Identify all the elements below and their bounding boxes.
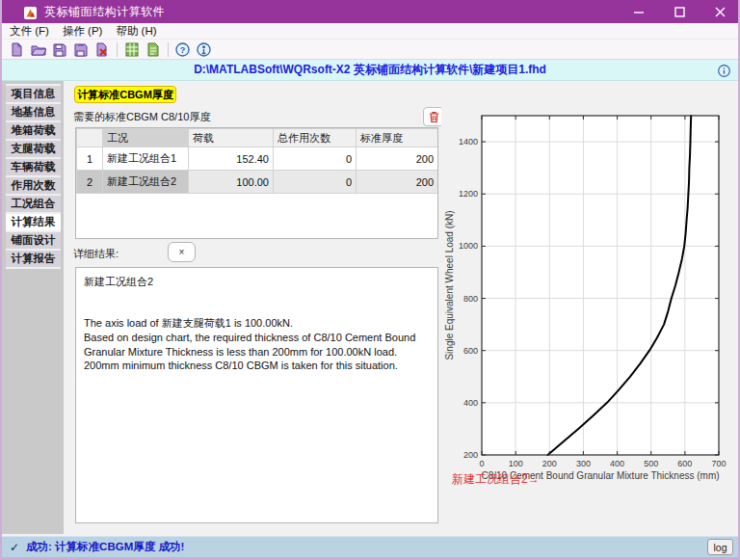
- svg-text:800: 800: [463, 294, 478, 304]
- svg-text:400: 400: [463, 398, 478, 408]
- app-window: 英标铺面结构计算软件 文件 (F) 操作 (P) 帮助 (H): [0, 0, 740, 560]
- svg-text:700: 700: [711, 459, 726, 468]
- menu-help[interactable]: 帮助 (H): [116, 24, 156, 39]
- export-table-icon[interactable]: [123, 41, 140, 58]
- minimize-button[interactable]: [619, 0, 659, 23]
- toolbar-separator: [168, 42, 169, 57]
- table-row[interactable]: 1 新建工况组合1 152.40 0 200: [77, 147, 438, 171]
- design-chart-plot: 0100200300400500600700200400600800100012…: [441, 81, 740, 536]
- log-button[interactable]: log: [707, 539, 733, 555]
- sidebar-item-3[interactable]: 支腿荷载: [6, 141, 61, 157]
- trash-icon: [429, 111, 439, 122]
- sidebar-item-5[interactable]: 作用次数: [6, 177, 61, 194]
- sidebar-item-0[interactable]: 项目信息: [6, 86, 61, 102]
- svg-text:500: 500: [644, 459, 658, 468]
- table-header-row: 工况 荷载 总作用次数 标准厚度: [77, 129, 438, 147]
- save-file-icon[interactable]: [51, 41, 67, 58]
- sidebar-item-6[interactable]: 工况组合: [6, 196, 61, 212]
- svg-text:200: 200: [542, 459, 557, 468]
- svg-text:300: 300: [576, 459, 591, 468]
- table-title: 需要的标准CBGM C8/10厚度: [73, 110, 210, 124]
- status-message: 成功: 计算标准CBGM厚度 成功!: [26, 540, 184, 554]
- svg-text:?: ?: [180, 45, 186, 55]
- results-table: 工况 荷载 总作用次数 标准厚度 1 新建工况组合1 152.40 0 200 …: [75, 127, 438, 239]
- svg-text:0: 0: [479, 459, 484, 468]
- sidebar-item-8[interactable]: 铺面设计: [6, 232, 61, 249]
- chart-annotation: 新建工况组合2→: [452, 471, 540, 488]
- design-chart: 0100200300400500600700200400600800100012…: [441, 81, 740, 536]
- path-bar: D:\MATLABSoft\WQRsoft-X2 英标铺面结构计算软件\新建项目…: [2, 60, 738, 81]
- help-icon[interactable]: ?: [174, 41, 191, 58]
- save-as-icon[interactable]: [72, 41, 89, 58]
- export-report-icon[interactable]: [145, 41, 161, 58]
- svg-text:1200: 1200: [459, 189, 478, 199]
- column-header-load[interactable]: 荷载: [189, 129, 274, 147]
- column-header-case[interactable]: 工况: [103, 129, 189, 147]
- new-file-icon[interactable]: [9, 41, 25, 58]
- svg-text:1400: 1400: [459, 137, 478, 147]
- menu-bar: 文件 (F) 操作 (P) 帮助 (H): [2, 23, 738, 40]
- maximize-button[interactable]: [659, 0, 700, 23]
- app-logo-icon: [24, 6, 37, 18]
- success-check-icon: ✓: [10, 541, 19, 554]
- sidebar: 项目信息地基信息堆箱荷载支腿荷载车辆荷载作用次数工况组合计算结果铺面设计计算报告: [2, 81, 64, 534]
- menu-file[interactable]: 文件 (F): [10, 24, 49, 39]
- window-title: 英标铺面结构计算软件: [44, 4, 165, 20]
- sidebar-item-2[interactable]: 堆箱荷载: [6, 122, 61, 139]
- sidebar-item-7[interactable]: 计算结果: [6, 214, 61, 230]
- open-file-icon[interactable]: [30, 41, 46, 58]
- info-circle-icon[interactable]: [718, 64, 730, 76]
- svg-text:200: 200: [463, 450, 478, 460]
- column-header-thickness[interactable]: 标准厚度: [357, 129, 438, 147]
- close-file-icon[interactable]: [93, 41, 110, 58]
- svg-text:Single Equivalent Wheel Load (: Single Equivalent Wheel Load (kN): [444, 210, 455, 360]
- detail-body-text: The axis load of 新建支腿荷载1 is 100.00kN. Ba…: [84, 316, 430, 373]
- status-bar: ✓ 成功: 计算标准CBGM厚度 成功! log: [2, 536, 738, 557]
- close-button[interactable]: [700, 0, 740, 23]
- toolbar-separator: [117, 42, 118, 57]
- svg-text:100: 100: [509, 459, 523, 468]
- project-path: D:\MATLABSoft\WQRsoft-X2 英标铺面结构计算软件\新建项目…: [194, 62, 546, 78]
- menu-operate[interactable]: 操作 (P): [63, 24, 103, 39]
- svg-text:600: 600: [677, 459, 692, 468]
- detail-results-text[interactable]: 新建工况组合2 The axis load of 新建支腿荷载1 is 100.…: [75, 267, 438, 523]
- title-bar: 英标铺面结构计算软件: [0, 0, 740, 23]
- svg-text:400: 400: [610, 459, 624, 468]
- sidebar-item-4[interactable]: 车辆荷载: [6, 159, 61, 175]
- sidebar-item-9[interactable]: 计算报告: [6, 251, 61, 267]
- svg-text:1000: 1000: [459, 241, 478, 251]
- svg-text:600: 600: [463, 346, 478, 356]
- detail-close-button[interactable]: ×: [168, 242, 196, 262]
- detail-case-title: 新建工况组合2: [84, 275, 430, 289]
- toolbar: ?: [2, 40, 738, 60]
- calculate-cbgm-button[interactable]: 计算标准CBGM厚度: [74, 86, 176, 103]
- sidebar-item-1[interactable]: 地基信息: [6, 104, 61, 120]
- column-header-applications[interactable]: 总作用次数: [274, 129, 357, 147]
- about-icon[interactable]: [196, 41, 212, 58]
- detail-results-label: 详细结果:: [73, 247, 119, 261]
- table-row-selected[interactable]: 2 新建工况组合2 100.00 0 200: [77, 171, 438, 194]
